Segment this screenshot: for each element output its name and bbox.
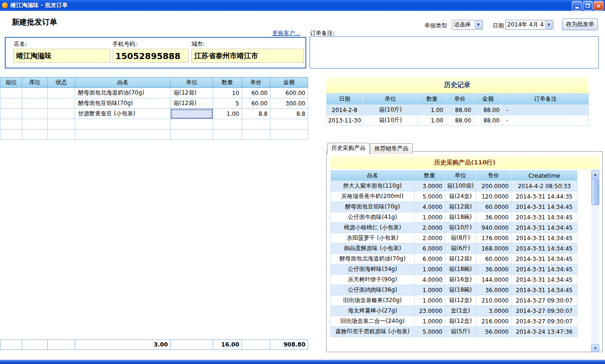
purchased-row[interactable]: 乐天树叶饼干(90g)4.0000箱(16盒)144.00002014-3-31… [331, 275, 578, 285]
purchased-cell-unit: 箱(12盒) [445, 316, 476, 327]
order-cell-empty[interactable] [48, 119, 75, 130]
order-cell-name[interactable]: 酵母面包豆馅味(70g) [75, 98, 171, 109]
order-cell-name[interactable]: 酵母面包北海道奶油(70g) [75, 88, 171, 98]
purchased-cell-unit: 箱(12袋) [445, 254, 476, 264]
store-name-field[interactable] [13, 49, 111, 63]
order-cell-loc[interactable] [22, 109, 48, 119]
save-wholesale-order-button[interactable]: 存为批发单 [562, 18, 598, 30]
order-cell-box[interactable] [0, 88, 22, 98]
order-cell-status[interactable] [48, 88, 75, 98]
scrollbar-thumb[interactable] [591, 179, 599, 205]
phone-field[interactable] [112, 49, 189, 63]
purchased-row[interactable]: 胖大人紫米面包(110g)3.0000箱(100袋)200.00002014-4… [331, 181, 578, 191]
order-column-header[interactable]: 库位 [22, 78, 48, 88]
order-column-header[interactable]: 品名 [75, 78, 171, 88]
order-cell-empty[interactable] [75, 130, 171, 140]
order-cell-name[interactable]: 甘源蟹黄蚕豆 (小包装) [75, 109, 171, 119]
chevron-down-icon[interactable]: ▼ [475, 21, 482, 29]
order-column-header[interactable]: 金额 [270, 78, 308, 88]
order-cell-unit[interactable] [171, 109, 213, 119]
purchased-column-header[interactable]: 售价 [476, 171, 511, 181]
order-cell-empty[interactable] [171, 119, 213, 130]
order-column-header[interactable]: 数量 [213, 78, 242, 88]
history-cell-qty: 1.00 [418, 105, 446, 115]
order-cell-empty[interactable] [22, 119, 48, 130]
order-cell-empty[interactable] [0, 119, 22, 130]
purchased-row[interactable]: 永阳菠萝干 (小包装)2.0000箱(8斤)176.00002014-3-31 … [331, 233, 578, 243]
date-select[interactable]: 2014年 4月 4日 ▼ [505, 20, 553, 30]
purchased-row[interactable]: 宾格瑞香蕉牛奶(200ml)5.0000箱(24盒)120.00002014-3… [331, 191, 578, 202]
purchased-column-header[interactable]: 品名 [331, 171, 415, 181]
order-cell-empty[interactable] [242, 119, 270, 130]
change-customer-link[interactable]: 更换客户... [272, 29, 300, 37]
order-cell-price[interactable]: 8.8 [242, 109, 270, 119]
order-cell-price[interactable]: 60.00 [242, 88, 270, 98]
purchased-column-header[interactable]: 数量 [415, 171, 445, 181]
scroll-up-icon[interactable]: ▲ [591, 170, 599, 178]
order-column-header[interactable]: 箱位 [0, 78, 22, 88]
purchased-row[interactable]: 桃源小核桃仁 (小包装)2.0000箱(10斤)940.00002014-3-3… [331, 223, 578, 233]
history-row[interactable]: 2014-2-8箱(10斤)1.0088.0088.00- [327, 105, 589, 115]
order-cell-empty[interactable] [270, 119, 308, 130]
chevron-down-icon[interactable]: ▼ [545, 21, 553, 29]
order-cell-empty[interactable] [213, 119, 242, 130]
order-cell-price[interactable]: 60.00 [242, 98, 270, 109]
order-cell-qty[interactable]: 1.00 [213, 109, 242, 119]
order-cell-loc[interactable] [22, 88, 48, 98]
order-cell-amount[interactable]: 8.8 [270, 109, 308, 119]
history-column-header[interactable]: 日期 [327, 94, 363, 105]
order-column-header[interactable]: 单位 [171, 78, 213, 88]
order-cell-empty[interactable] [242, 130, 270, 140]
order-cell-empty[interactable] [213, 130, 242, 140]
purchased-row[interactable]: 森雅印尼千层糕原味 (小包装)5.0000箱(5斤)56.00002014-3-… [331, 327, 578, 337]
purchased-row[interactable]: 海太烤薯棒小(27g)23.0000盒(1盒)3.00002014-3-27 0… [331, 306, 578, 316]
purchased-row[interactable]: 旧街场盒装二合一(240g)1.0000箱(12盒)216.00002014-3… [331, 316, 578, 327]
minimize-icon [575, 7, 579, 9]
order-cell-unit[interactable]: 箱(12袋) [171, 98, 213, 109]
minimize-button[interactable] [572, 1, 582, 10]
order-column-header[interactable]: 状态 [48, 78, 75, 88]
order-cell-empty[interactable] [0, 130, 22, 140]
order-note-textarea[interactable] [310, 36, 599, 69]
history-column-header[interactable]: 单位 [363, 94, 418, 105]
history-column-header[interactable]: 金额 [474, 94, 502, 105]
order-cell-qty[interactable]: 5 [213, 98, 242, 109]
scroll-down-icon[interactable]: ▼ [591, 344, 599, 352]
history-column-header[interactable]: 单价 [446, 94, 474, 105]
order-cell-empty[interactable] [75, 119, 171, 130]
order-cell-amount[interactable]: 300.00 [270, 98, 308, 109]
purchased-row[interactable]: 公仔面海鲜味(34g)1.0000箱(18碗)36.00002014-3-31 … [331, 264, 578, 275]
tab-history-purchased-products[interactable]: 历史采购产品 [327, 143, 370, 154]
order-cell-amount[interactable]: 600.00 [270, 88, 308, 98]
purchased-cell-qty: 4.0000 [415, 202, 445, 212]
order-cell-empty[interactable] [171, 130, 213, 140]
purchased-column-header[interactable]: 单位 [445, 171, 476, 181]
order-cell-loc[interactable] [22, 98, 48, 109]
purchased-row[interactable]: 酵母面包豆馅味(70g)4.0000箱(12袋)60.00002014-3-31… [331, 202, 578, 212]
order-cell-empty[interactable] [22, 130, 48, 140]
order-cell-status[interactable] [48, 109, 75, 119]
order-cell-box[interactable] [0, 98, 22, 109]
history-column-header[interactable]: 数量 [418, 94, 446, 105]
order-cell-qty[interactable]: 10 [213, 88, 242, 98]
history-row[interactable]: 2013-11-30箱(10斤)1.0088.0088.00- [327, 115, 589, 126]
order-cell-unit[interactable]: 箱(12袋) [171, 88, 213, 98]
doc-type-select[interactable]: 请选择 ▼ [452, 20, 483, 30]
order-column-header[interactable]: 单价 [242, 78, 270, 88]
purchased-column-header[interactable]: Createtime [511, 171, 578, 181]
purchased-row[interactable]: 公仔面鸡肉味(36g)1.0000箱(18碗)36.00002014-3-31 … [331, 285, 578, 295]
order-cell-box[interactable] [0, 109, 22, 119]
purchased-row[interactable]: 酵母面包北海道奶油(70g)6.0000箱(12袋)60.00002014-3-… [331, 254, 578, 264]
restore-button[interactable] [583, 1, 593, 10]
history-column-header[interactable]: 订单备注 [502, 94, 589, 105]
order-cell-empty[interactable] [48, 130, 75, 140]
close-button[interactable]: × [594, 1, 604, 10]
purchased-row[interactable]: 御品蛋酥原味 (小包装)6.0000箱(6斤)168.00002014-3-31… [331, 243, 578, 254]
purchased-row[interactable]: 公仔面牛肉味(41g)1.0000箱(18碗)36.00002014-3-31 … [331, 212, 578, 223]
city-field[interactable] [191, 49, 304, 63]
vertical-scrollbar[interactable]: ▲ ▼ [591, 170, 599, 352]
tab-recommended-products[interactable]: 推荐销售产品 [370, 143, 413, 154]
order-cell-status[interactable] [48, 98, 75, 109]
purchased-row[interactable]: 旧街场盒装榛果(320g)1.0000箱(12盒)210.00002014-3-… [331, 295, 578, 306]
order-cell-empty[interactable] [270, 130, 308, 140]
